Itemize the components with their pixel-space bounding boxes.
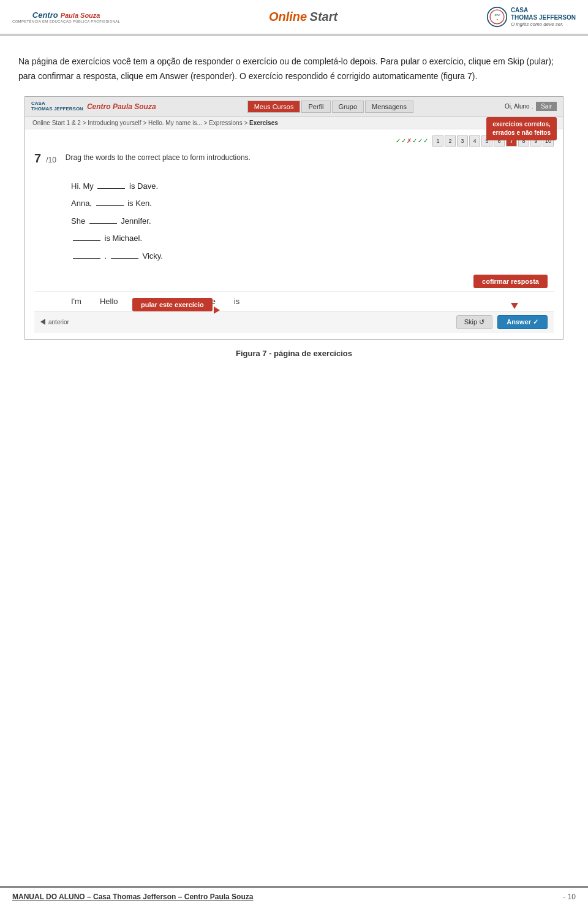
arrow-to-answer [509, 300, 520, 311]
blank-1[interactable] [97, 188, 125, 189]
blank-5b[interactable] [111, 258, 138, 259]
page-footer: MANUAL DO ALUNO – Casa Thomas Jefferson … [0, 886, 588, 906]
blank-5a[interactable] [73, 258, 100, 259]
annotation-correct-wrong-text: exercícios corretos,errados e não feitos [492, 121, 551, 136]
logo-cps: Centro Paula Souza COMPETÊNCIA EM EDUCAÇ… [12, 10, 120, 23]
nav-perfil[interactable]: Perfil [301, 101, 330, 113]
logo-cps-subtitle: COMPETÊNCIA EM EDUCAÇÃO PÚBLICA PROFISSI… [12, 20, 120, 23]
svg-text:CTJ: CTJ [494, 13, 500, 17]
skip-button[interactable]: Skip ↺ [456, 315, 492, 329]
sentences-area: Hi. My is Dave. Anna, is Ken. She Jennif… [34, 172, 554, 272]
arrow-to-skip [212, 305, 220, 316]
screenshot-figure7: CASATHOMAS JEFFERSON Centro Paula Souza … [24, 96, 564, 340]
ctj-emblem-icon: CTJ ★ [486, 6, 508, 28]
ctj-name2: THOMAS JEFFERSON [511, 14, 576, 21]
nav-grupo[interactable]: Grupo [332, 101, 364, 113]
intro-paragraph: Na página de exercícios você tem a opção… [18, 55, 570, 84]
anterior-button[interactable]: anterior [40, 319, 69, 325]
logo-start-text: Start [310, 10, 338, 23]
annotation-skip: pular este exercício [132, 298, 213, 311]
check-green-4: ✓ [418, 137, 423, 144]
prog-4[interactable]: 4 [469, 135, 480, 147]
check-green-1: ✓ [396, 137, 401, 144]
figure-caption: Figura 7 - página de exercícios [18, 349, 570, 358]
word-hello[interactable]: Hello [100, 297, 118, 306]
progress-bar: ✓ ✓ ✗ ✓ ✓ ✓ 1 2 3 4 5 6 7 8 [34, 135, 554, 147]
page-header: Centro Paula Souza COMPETÊNCIA EM EDUCAÇ… [0, 0, 588, 35]
sentence-3: She Jennifer. [71, 213, 535, 230]
browser-user-area: Oi, Aluno . Sair [505, 102, 557, 111]
word-im[interactable]: I'm [71, 297, 81, 306]
check-icons: ✓ ✓ ✗ ✓ ✓ ✓ [396, 137, 428, 144]
logo-paula-souza: Paula Souza [61, 12, 100, 19]
skip-label: Skip [464, 318, 477, 325]
word-is[interactable]: is [234, 297, 239, 306]
footer-page-number: - 10 [563, 893, 576, 901]
nav-meus-cursos[interactable]: Meus Cursos [247, 101, 301, 113]
anterior-label: anterior [48, 319, 69, 325]
svg-point-1 [490, 10, 504, 24]
sentence-4: is Michael. [71, 230, 535, 248]
footer-left-text: MANUAL DO ALUNO – Casa Thomas Jefferson … [12, 893, 253, 901]
header-divider [0, 35, 588, 36]
breadcrumb-text: Online Start 1 & 2 > Introducing yoursel… [32, 120, 278, 126]
browser-nav-menu: Meus Cursos Perfil Grupo Mensagens [247, 101, 413, 113]
ctj-name1: CASA [511, 7, 576, 14]
blank-4[interactable] [73, 240, 100, 241]
annotation-correct-wrong: exercícios corretos,errados e não feitos [486, 117, 557, 140]
logo-ctj: CTJ ★ CASA THOMAS JEFFERSON O inglês com… [486, 6, 576, 28]
instruction-text: Drag the words to the correct place to f… [56, 151, 554, 162]
ctj-subtitle: O inglês como deve ser. [511, 21, 576, 27]
word-bank: I'm Hello name this He is [34, 291, 554, 311]
sentence-5: . Vicky. [71, 248, 535, 265]
question-total: /10 [46, 156, 56, 164]
check-green-3: ✓ [412, 137, 417, 144]
question-number-display: 7 /10 [34, 151, 56, 166]
browser-header: CASATHOMAS JEFFERSON Centro Paula Souza … [25, 97, 563, 117]
confirm-area: cofirmar resposta [34, 272, 554, 288]
user-greeting: Oi, Aluno . [505, 103, 533, 110]
logo-online-start: Online Start [269, 10, 337, 24]
prog-2[interactable]: 2 [445, 135, 456, 147]
answer-label: Answer ✓ [507, 318, 538, 325]
blank-2[interactable] [96, 205, 124, 206]
question-number: 7 [34, 151, 41, 166]
progress-section: ✓ ✓ ✗ ✓ ✓ ✓ 1 2 3 4 5 6 7 8 [34, 135, 554, 147]
annotation-confirm: cofirmar resposta [473, 275, 548, 288]
page-content: Na página de exercícios você tem a opção… [0, 42, 588, 383]
check-green-5: ✓ [423, 137, 428, 144]
browser-ctj-logo: CASATHOMAS JEFFERSON [31, 101, 83, 112]
browser-cps-logo: Centro Paula Souza [87, 102, 156, 111]
bottom-buttons: pular este exercício anterior Skip ↺ [34, 311, 554, 333]
logo-online: Online [269, 10, 307, 23]
exercise-area: ✓ ✓ ✗ ✓ ✓ ✓ 1 2 3 4 5 6 7 8 [25, 129, 563, 339]
nav-mensagens[interactable]: Mensagens [365, 101, 413, 113]
answer-button[interactable]: Answer ✓ [497, 315, 548, 329]
breadcrumb: Online Start 1 & 2 > Introducing yoursel… [25, 117, 563, 129]
svg-text:★: ★ [496, 18, 498, 21]
check-green-2: ✓ [401, 137, 406, 144]
arrow-left-icon [40, 319, 45, 325]
question-row: 7 /10 Drag the words to the correct plac… [34, 151, 554, 166]
logo-centro: Centro [32, 10, 58, 20]
check-red-1: ✗ [407, 137, 412, 144]
sair-button[interactable]: Sair [536, 102, 557, 111]
blank-3[interactable] [89, 223, 117, 224]
sentence-1: Hi. My is Dave. [71, 178, 535, 196]
instruction: Drag the words to the correct place to f… [66, 153, 251, 162]
sentence-2: Anna, is Ken. [71, 195, 535, 213]
prog-3[interactable]: 3 [457, 135, 468, 147]
prog-1[interactable]: 1 [432, 135, 443, 147]
